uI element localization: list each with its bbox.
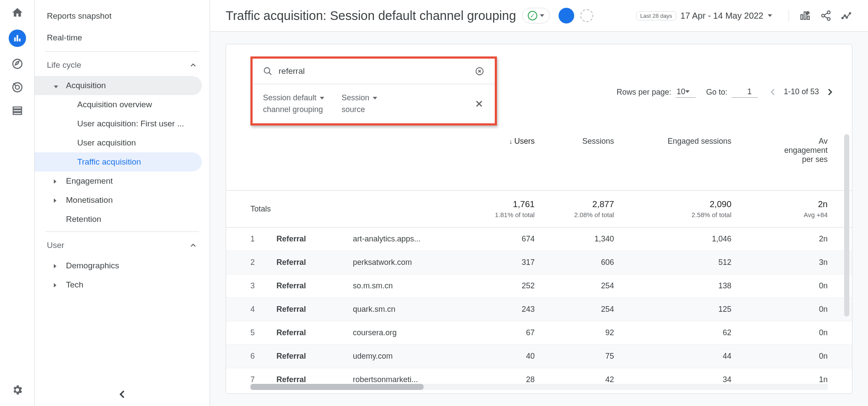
- add-comparison-icon[interactable]: [580, 9, 593, 22]
- nav-realtime[interactable]: Real-time: [35, 27, 210, 49]
- remove-secondary-dimension-icon[interactable]: [474, 99, 484, 109]
- search-icon: [263, 66, 273, 76]
- goto-page-control[interactable]: Go to: 1: [706, 87, 758, 98]
- table-row[interactable]: 2Referralperksatwork.com3176065123n: [226, 251, 852, 274]
- home-icon[interactable]: [11, 6, 24, 19]
- nav-acquisition-overview[interactable]: Acquisition overview: [35, 95, 202, 114]
- search-input[interactable]: [279, 66, 469, 76]
- svg-rect-11: [807, 16, 809, 20]
- horizontal-scrollbar[interactable]: [250, 384, 828, 390]
- table-row[interactable]: 4Referralquark.sm.cn2432541250n: [226, 298, 852, 321]
- table-row[interactable]: 5Referralcoursera.org6792620n: [226, 321, 852, 345]
- svg-rect-2: [19, 39, 20, 41]
- header-actions: [789, 10, 852, 21]
- triangle-right-icon: [54, 280, 62, 290]
- rail-nav: [0, 0, 35, 406]
- svg-point-19: [264, 68, 270, 73]
- rows-per-page-control[interactable]: Rows per page: 10: [617, 87, 696, 98]
- svg-rect-1: [16, 35, 18, 42]
- advertising-icon[interactable]: [11, 81, 24, 94]
- explore-icon[interactable]: [11, 57, 24, 70]
- column-avg-engagement[interactable]: Av engagement per ses: [736, 130, 852, 191]
- svg-point-15: [842, 17, 843, 19]
- edit-report-icon[interactable]: [799, 10, 811, 21]
- data-table: ↓ Users Sessions Engaged sessions Av eng…: [226, 130, 852, 384]
- nav-monetisation[interactable]: Monetisation: [35, 191, 202, 210]
- chevron-down-icon: [373, 97, 377, 99]
- svg-point-12: [827, 11, 830, 14]
- nav-label: Retention: [66, 215, 101, 224]
- collapse-nav-button[interactable]: [117, 389, 128, 400]
- section-label: Life cycle: [47, 60, 81, 70]
- reports-icon[interactable]: [9, 30, 26, 47]
- insights-icon[interactable]: [841, 10, 852, 21]
- nav-acquisition[interactable]: Acquisition: [35, 76, 202, 95]
- nav-retention[interactable]: Retention: [35, 210, 202, 229]
- svg-rect-8: [13, 112, 22, 114]
- nav-label: Engagement: [66, 176, 113, 186]
- svg-rect-6: [13, 107, 22, 109]
- chevron-up-icon: [189, 61, 197, 69]
- nav-demographics[interactable]: Demographics: [35, 256, 202, 275]
- table-row[interactable]: 1Referralart-analytics.apps...6741,3401,…: [226, 228, 852, 251]
- column-users[interactable]: ↓ Users: [460, 130, 540, 191]
- nav-label: Monetisation: [66, 195, 113, 205]
- nav-reports-snapshot[interactable]: Reports snapshot: [35, 5, 210, 27]
- section-lifecycle[interactable]: Life cycle: [35, 54, 210, 76]
- svg-point-17: [846, 17, 847, 18]
- chevron-down-icon: [540, 14, 544, 17]
- table-row[interactable]: 3Referralso.m.sm.cn2522541380n: [226, 274, 852, 298]
- section-label: User: [47, 241, 64, 250]
- svg-point-18: [849, 13, 851, 14]
- chevron-down-icon: [685, 90, 690, 93]
- prev-page-button[interactable]: [768, 87, 778, 97]
- check-circle-icon: ✓: [528, 11, 537, 20]
- share-icon[interactable]: [820, 10, 832, 21]
- date-range-picker[interactable]: Last 28 days 17 Apr - 14 May 2022: [636, 11, 772, 21]
- triangle-right-icon: [54, 195, 62, 205]
- section-user[interactable]: User: [35, 234, 210, 256]
- secondary-dimension-dropdown[interactable]: Session source: [342, 92, 377, 116]
- report-card: Session default channel grouping Session…: [226, 44, 852, 394]
- triangle-down-icon: [54, 81, 62, 90]
- nav-user-acquisition-first[interactable]: User acquisition: First user ...: [35, 114, 202, 133]
- admin-gear-icon[interactable]: [11, 383, 24, 396]
- date-range-text: 17 Apr - 14 May 2022: [681, 11, 763, 21]
- table-row[interactable]: 6Referraludemy.com4075440n: [226, 345, 852, 368]
- vertical-scrollbar[interactable]: [844, 134, 849, 362]
- clear-search-icon[interactable]: [475, 66, 484, 76]
- highlighted-filter-area: Session default channel grouping Session…: [250, 56, 497, 125]
- svg-point-14: [827, 17, 830, 20]
- triangle-right-icon: [54, 261, 62, 271]
- configure-icon[interactable]: [11, 104, 24, 117]
- svg-rect-9: [801, 15, 802, 20]
- svg-point-13: [822, 14, 825, 17]
- date-preset-badge: Last 28 days: [636, 11, 676, 20]
- page-range-text: 1-10 of 53: [784, 87, 819, 96]
- nav-engagement[interactable]: Engagement: [35, 172, 202, 191]
- nav-label: Demographics: [66, 261, 119, 271]
- svg-point-5: [15, 85, 19, 89]
- table-row[interactable]: 7Referralrobertsonmarketi...2842341n: [226, 368, 852, 384]
- nav-tech[interactable]: Tech: [35, 275, 202, 294]
- svg-rect-0: [14, 37, 16, 41]
- main: Traffic acquisition: Session default cha…: [210, 0, 868, 406]
- divider: [45, 51, 199, 52]
- chevron-up-icon: [189, 241, 197, 250]
- avatar[interactable]: [559, 8, 574, 23]
- nav-user-acquisition[interactable]: User acquisition: [35, 133, 202, 152]
- nav-label: Tech: [66, 280, 83, 290]
- nav-label: Acquisition: [66, 81, 106, 90]
- status-dropdown[interactable]: ✓: [522, 8, 550, 23]
- report-nav: Reports snapshot Real-time Life cycle Ac…: [35, 0, 210, 406]
- triangle-right-icon: [54, 176, 62, 186]
- divider: [45, 231, 199, 232]
- column-engaged-sessions[interactable]: Engaged sessions: [619, 130, 736, 191]
- svg-rect-7: [13, 110, 22, 112]
- next-page-button[interactable]: [825, 87, 835, 97]
- chevron-down-icon: [320, 97, 324, 99]
- totals-row: Totals 1,7611.81% of total 2,8772.08% of…: [226, 191, 852, 228]
- nav-traffic-acquisition[interactable]: Traffic acquisition: [35, 152, 202, 172]
- primary-dimension-dropdown[interactable]: Session default channel grouping: [263, 92, 324, 116]
- column-sessions[interactable]: Sessions: [540, 130, 619, 191]
